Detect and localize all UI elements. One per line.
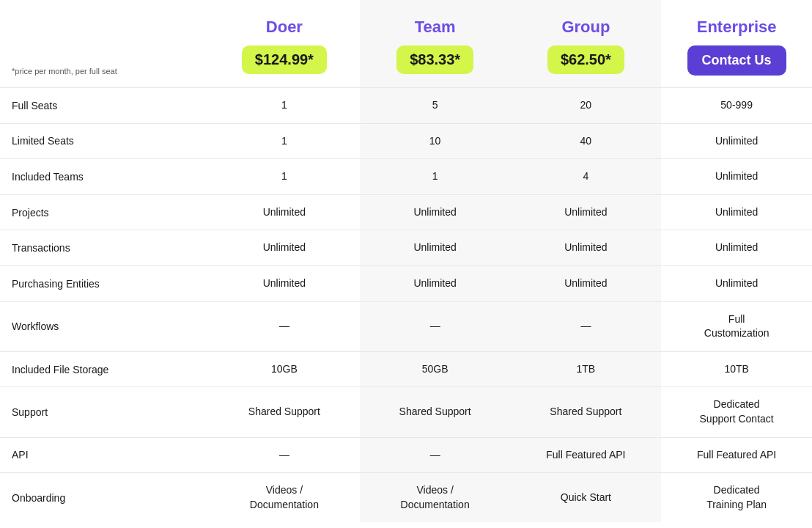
row-cell-5-1: Unlimited	[360, 265, 511, 301]
row-cell-7-0: 10GB	[209, 351, 360, 387]
row-cell-8-3: Dedicated Support Contact	[661, 386, 812, 436]
row-label-7: Included File Storage	[0, 351, 209, 387]
row-label-6: Workflows	[0, 301, 209, 351]
row-cell-10-3: Dedicated Training Plan	[661, 472, 812, 522]
row-label-9: API	[0, 437, 209, 473]
row-cell-9-2: Full Featured API	[511, 437, 662, 473]
pricing-table: *price per month, per full seat Doer $12…	[0, 0, 812, 522]
row-cell-5-3: Unlimited	[661, 265, 812, 301]
row-cell-10-2: Quick Start	[511, 472, 662, 522]
row-label-8: Support	[0, 386, 209, 436]
row-cell-1-2: 40	[511, 123, 662, 159]
col-header-group: Group $62.50*	[511, 0, 662, 87]
row-label-4: Transactions	[0, 230, 209, 265]
price-note: *price per month, per full seat	[12, 67, 117, 76]
row-cell-6-2: —	[511, 301, 662, 351]
row-cell-5-2: Unlimited	[511, 265, 662, 301]
row-label-1: Limited Seats	[0, 123, 209, 159]
row-label-3: Projects	[0, 194, 209, 230]
price-badge-doer: $124.99*	[242, 45, 327, 74]
row-cell-6-1: —	[360, 301, 511, 351]
row-cell-5-0: Unlimited	[209, 265, 360, 301]
row-cell-3-1: Unlimited	[360, 194, 511, 230]
row-cell-2-2: 4	[511, 158, 662, 194]
row-cell-9-3: Full Featured API	[661, 437, 812, 473]
row-label-2: Included Teams	[0, 158, 209, 194]
row-cell-8-0: Shared Support	[209, 386, 360, 436]
row-cell-10-1: Videos / Documentation	[360, 472, 511, 522]
row-label-10: Onboarding	[0, 472, 209, 522]
row-cell-3-3: Unlimited	[661, 194, 812, 230]
col-label-doer: Doer	[221, 18, 348, 37]
row-cell-3-0: Unlimited	[209, 194, 360, 230]
row-cell-1-0: 1	[209, 123, 360, 159]
col-label-team: Team	[372, 18, 499, 37]
price-badge-team: $83.33*	[396, 45, 473, 74]
row-cell-7-1: 50GB	[360, 351, 511, 387]
row-label-0: Full Seats	[0, 87, 209, 123]
row-cell-0-0: 1	[209, 87, 360, 123]
row-cell-9-1: —	[360, 437, 511, 473]
row-cell-9-0: —	[209, 437, 360, 473]
row-cell-8-2: Shared Support	[511, 386, 662, 436]
row-cell-4-1: Unlimited	[360, 230, 511, 265]
col-label-enterprise: Enterprise	[673, 18, 800, 37]
row-cell-8-1: Shared Support	[360, 386, 511, 436]
row-cell-2-1: 1	[360, 158, 511, 194]
row-cell-2-3: Unlimited	[661, 158, 812, 194]
row-cell-3-2: Unlimited	[511, 194, 662, 230]
col-header-team: Team $83.33*	[360, 0, 511, 87]
row-cell-6-3: Full Customization	[661, 301, 812, 351]
contact-us-button[interactable]: Contact Us	[687, 45, 786, 76]
row-cell-4-3: Unlimited	[661, 230, 812, 265]
col-header-enterprise: Enterprise Contact Us	[661, 0, 812, 87]
row-cell-0-3: 50-999	[661, 87, 812, 123]
col-header-doer: Doer $124.99*	[209, 0, 360, 87]
price-note-cell: *price per month, per full seat	[0, 0, 209, 87]
row-cell-0-1: 5	[360, 87, 511, 123]
row-cell-2-0: 1	[209, 158, 360, 194]
price-badge-group: $62.50*	[547, 45, 624, 74]
row-cell-1-1: 10	[360, 123, 511, 159]
row-cell-1-3: Unlimited	[661, 123, 812, 159]
row-label-5: Purchasing Entities	[0, 265, 209, 301]
row-cell-4-0: Unlimited	[209, 230, 360, 265]
row-cell-0-2: 20	[511, 87, 662, 123]
row-cell-7-3: 10TB	[661, 351, 812, 387]
row-cell-10-0: Videos / Documentation	[209, 472, 360, 522]
col-label-group: Group	[523, 18, 650, 37]
row-cell-6-0: —	[209, 301, 360, 351]
row-cell-7-2: 1TB	[511, 351, 662, 387]
row-cell-4-2: Unlimited	[511, 230, 662, 265]
